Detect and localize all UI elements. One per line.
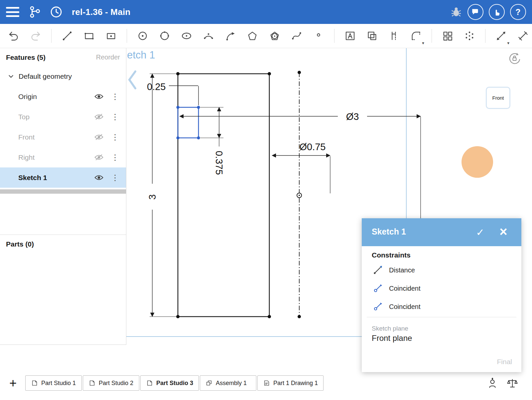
constraint-row-coincident-1[interactable]: Coincident [362, 279, 521, 297]
history-button[interactable] [50, 6, 63, 18]
dropdown-caret-icon[interactable]: ▾ [422, 41, 424, 45]
three-point-arc-tool-button[interactable] [200, 27, 217, 45]
toolbar-divider [485, 29, 485, 43]
point-tool-button[interactable] [310, 27, 328, 45]
rollback-bar[interactable] [0, 189, 126, 194]
robot-icon [487, 378, 497, 389]
kebab-menu-icon[interactable]: ⋮ [111, 92, 118, 101]
assistant-button[interactable] [486, 377, 499, 390]
trim-icon [388, 30, 400, 42]
kebab-menu-icon[interactable]: ⋮ [111, 153, 118, 162]
spline-icon [291, 30, 302, 42]
inscribed-polygon-tool-button[interactable] [266, 27, 284, 45]
sketch-text-tool-button[interactable] [341, 27, 359, 45]
redo-button[interactable] [27, 27, 45, 45]
spline-tool-button[interactable] [288, 27, 306, 45]
dim-height-small[interactable]: 0.375 [214, 151, 224, 175]
tab-assembly-1[interactable]: Assembly 1 [200, 375, 256, 391]
document-title[interactable]: rel-1.36 - Main [72, 7, 130, 17]
line-tool-button[interactable] [58, 27, 76, 45]
kebab-menu-icon[interactable]: ⋮ [111, 112, 118, 122]
distance-constraint-icon [372, 265, 383, 275]
tangent-arc-tool-button[interactable] [221, 27, 239, 45]
comments-button[interactable] [467, 4, 483, 20]
linear-pattern-tool-button[interactable] [439, 27, 457, 45]
reorder-button[interactable]: Reorder [96, 53, 120, 61]
versions-button[interactable] [28, 5, 41, 19]
constraint-row-coincident-2[interactable]: Coincident [362, 298, 521, 316]
feature-item-front[interactable]: Front ⋮ [0, 127, 126, 147]
fillet-tool-button[interactable]: ▾ [407, 27, 425, 45]
chevron-down-icon [8, 73, 14, 79]
view-rotate-lock-button[interactable] [507, 51, 522, 66]
feature-item-sketch-1[interactable]: Sketch 1 ⋮ [0, 167, 126, 188]
kebab-menu-icon[interactable]: ⋮ [111, 133, 118, 142]
construction-centerline[interactable] [297, 71, 302, 318]
redo-icon [30, 30, 41, 42]
view-cube-label: Front [492, 95, 504, 101]
part-studio-icon [88, 379, 96, 387]
sketch-dialog: Sketch 1 ✓ × Constraints Distance Coinci… [362, 218, 521, 372]
feature-item-right[interactable]: Right ⋮ [0, 147, 126, 167]
polygon-icon [247, 30, 258, 42]
collaborator-presence-dot [462, 146, 493, 178]
trim-tool-button[interactable] [385, 27, 403, 45]
sketch-toolbar: ▾ ▾ [0, 24, 532, 48]
measure-tool-button[interactable] [514, 27, 532, 45]
tab-part-studio-2[interactable]: Part Studio 2 [83, 375, 139, 391]
help-button[interactable]: ? [510, 4, 526, 20]
dim-lines-height-small [200, 107, 223, 147]
visibility-toggle[interactable] [94, 113, 104, 121]
perimeter-circle-tool-button[interactable] [156, 27, 174, 45]
text-icon [344, 30, 356, 42]
dim-dia-inner[interactable]: Ø0.75 [300, 142, 326, 152]
feature-group-default-geometry[interactable]: Default geometry [0, 66, 126, 86]
feature-item-top[interactable]: Top ⋮ [0, 107, 126, 127]
selected-sketch-rectangle[interactable] [177, 106, 200, 140]
circular-pattern-tool-button[interactable] [461, 27, 478, 45]
bug-icon[interactable] [450, 6, 462, 18]
kebab-menu-icon[interactable]: ⋮ [111, 173, 118, 182]
corner-rectangle-tool-button[interactable] [80, 27, 98, 45]
top-bar: rel-1.36 - Main ? [0, 0, 532, 24]
confirm-button[interactable]: ✓ [472, 225, 488, 240]
units-button[interactable] [506, 377, 519, 390]
close-button[interactable]: × [496, 224, 511, 240]
line-icon [62, 30, 73, 42]
visibility-toggle[interactable] [94, 134, 104, 141]
sketch-rectangle[interactable] [176, 72, 271, 318]
center-circle-tool-button[interactable] [134, 27, 152, 45]
tab-part-studio-1[interactable]: Part Studio 1 [25, 375, 82, 391]
add-tab-button[interactable]: + [6, 375, 20, 391]
perimeter-circle-icon [159, 30, 170, 42]
hamburger-menu-icon[interactable] [6, 7, 19, 17]
view-cube-front[interactable]: Front [486, 87, 510, 109]
center-rectangle-tool-button[interactable] [102, 27, 120, 45]
dim-dia-outer[interactable]: Ø3 [346, 111, 359, 122]
visibility-toggle[interactable] [94, 174, 104, 181]
visibility-toggle[interactable] [94, 93, 104, 100]
use-project-tool-button[interactable] [363, 27, 381, 45]
plus-icon: + [9, 376, 17, 390]
dimension-tool-button[interactable]: ▾ [492, 27, 510, 45]
dim-width-small[interactable]: 0.25 [147, 81, 166, 92]
final-label: Final [497, 358, 512, 366]
collapse-panel-icon[interactable] [129, 71, 135, 88]
polygon-tool-button[interactable] [243, 27, 261, 45]
feature-item-origin[interactable]: Origin ⋮ [0, 86, 126, 107]
constraint-row-distance[interactable]: Distance [362, 261, 521, 279]
dropdown-caret-icon[interactable]: ▾ [507, 41, 509, 45]
undo-button[interactable] [5, 27, 23, 45]
sketch-plane-value[interactable]: Front plane [372, 334, 412, 343]
ellipse-tool-button[interactable] [178, 27, 196, 45]
check-icon: ✓ [476, 227, 484, 238]
follow-mode-button[interactable] [489, 4, 505, 20]
use-project-icon [366, 30, 378, 42]
coincident-constraint-icon [372, 283, 383, 294]
eye-slash-icon [94, 114, 103, 120]
tab-part-studio-3[interactable]: Part Studio 3 [140, 375, 199, 391]
center-circle-icon [137, 30, 148, 42]
visibility-toggle[interactable] [94, 154, 104, 161]
dim-height-total[interactable]: 3 [147, 194, 158, 200]
tab-part-1-drawing-1[interactable]: Part 1 Drawing 1 [257, 375, 324, 391]
